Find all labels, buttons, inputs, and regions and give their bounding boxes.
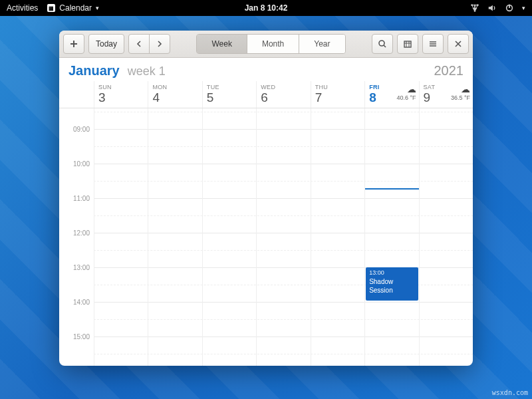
watermark: wsxdn.com xyxy=(492,389,528,396)
dow-label: TUE xyxy=(207,84,252,90)
week-label: week 1 xyxy=(128,65,166,78)
volume-icon[interactable] xyxy=(487,3,497,13)
activities-button[interactable]: Activities xyxy=(7,3,38,13)
next-button[interactable] xyxy=(149,34,170,54)
hour-label: 10:00 xyxy=(59,160,90,168)
dow-label: MON xyxy=(152,84,198,90)
day-column[interactable] xyxy=(148,108,201,366)
day-number: 3 xyxy=(98,90,144,105)
event-title: Shadow Session xyxy=(369,277,414,295)
day-column[interactable]: 13:00Shadow Session xyxy=(364,108,418,366)
month-label: January xyxy=(68,63,120,78)
calendar-event[interactable]: 13:00Shadow Session xyxy=(366,267,418,300)
day-header[interactable]: FRI8☁40.6 °F xyxy=(364,81,418,108)
close-icon xyxy=(454,40,462,48)
app-menu[interactable]: ▦ Calendar ▾ xyxy=(47,3,99,13)
day-headers: SUN3MON4TUE5WED6THU7FRI8☁40.6 °FSAT9☁36.… xyxy=(59,81,473,108)
dow-label: WED xyxy=(261,84,306,90)
dow-label: THU xyxy=(315,84,360,90)
search-button[interactable] xyxy=(372,34,393,54)
close-button[interactable] xyxy=(448,34,469,54)
cloud-icon: ☁ xyxy=(451,84,470,94)
search-icon xyxy=(378,39,387,49)
clock[interactable]: Jan 8 10:42 xyxy=(245,3,288,13)
dow-label: SUN xyxy=(98,84,144,90)
calendar-window: Today Week Month Year xyxy=(59,31,473,366)
cloud-icon: ☁ xyxy=(396,84,416,94)
app-menu-label: Calendar xyxy=(59,3,92,13)
day-number: 5 xyxy=(207,90,252,105)
hour-label: 14:00 xyxy=(59,299,90,306)
svg-rect-6 xyxy=(404,41,411,47)
temperature: 40.6 °F xyxy=(396,94,416,101)
svg-point-5 xyxy=(379,41,384,46)
day-number: 7 xyxy=(315,90,360,105)
today-button[interactable]: Today xyxy=(88,34,124,54)
menu-button[interactable] xyxy=(422,34,444,54)
weather: ☁40.6 °F xyxy=(396,84,416,101)
chevron-left-icon xyxy=(136,41,142,47)
day-column[interactable] xyxy=(311,108,364,366)
calendar-app-icon: ▦ xyxy=(47,4,55,12)
gnome-top-bar: Activities ▦ Calendar ▾ Jan 8 10:42 ▾ xyxy=(0,0,532,16)
week-grid[interactable]: 09:0010:0011:0012:0013:0014:0015:00 13:0… xyxy=(59,108,473,366)
svg-rect-4 xyxy=(509,5,510,8)
power-icon[interactable] xyxy=(505,3,514,13)
chevron-down-icon: ▾ xyxy=(96,5,99,11)
day-column[interactable] xyxy=(94,108,148,366)
plus-icon xyxy=(69,39,78,49)
day-header[interactable]: MON4 xyxy=(148,81,201,108)
day-number: 4 xyxy=(152,90,198,105)
hour-label: 11:00 xyxy=(59,195,90,202)
day-header[interactable]: THU7 xyxy=(311,81,364,108)
day-column[interactable] xyxy=(202,108,256,366)
network-icon[interactable] xyxy=(470,3,479,13)
weather: ☁36.5 °F xyxy=(451,84,470,101)
view-switcher: Week Month Year xyxy=(196,34,345,54)
event-time: 13:00 xyxy=(369,269,414,277)
date-header: January week 1 2021 xyxy=(59,58,473,81)
calendars-button[interactable] xyxy=(397,34,418,54)
day-number: 6 xyxy=(261,90,306,105)
day-column[interactable] xyxy=(256,108,310,366)
hour-label: 12:00 xyxy=(59,229,90,237)
day-column[interactable] xyxy=(419,108,473,366)
calendar-grid-icon xyxy=(403,39,412,49)
hour-label: 13:00 xyxy=(59,264,90,271)
view-month-tab[interactable]: Month xyxy=(247,35,299,53)
current-time-indicator xyxy=(365,188,418,190)
view-year-tab[interactable]: Year xyxy=(299,35,344,53)
day-header[interactable]: TUE5 xyxy=(202,81,256,108)
day-header[interactable]: SUN3 xyxy=(94,81,148,108)
chevron-right-icon xyxy=(156,41,163,47)
hour-label: 15:00 xyxy=(59,333,90,340)
hour-label: 09:00 xyxy=(59,126,90,133)
day-header[interactable]: SAT9☁36.5 °F xyxy=(419,81,473,108)
year-label: 2021 xyxy=(434,63,464,78)
view-week-tab[interactable]: Week xyxy=(197,35,246,53)
temperature: 36.5 °F xyxy=(451,94,470,101)
new-event-button[interactable] xyxy=(63,34,84,54)
header-bar: Today Week Month Year xyxy=(59,31,473,58)
system-menu-chevron-icon[interactable]: ▾ xyxy=(522,5,525,11)
hamburger-icon xyxy=(428,39,438,49)
day-header[interactable]: WED6 xyxy=(256,81,310,108)
prev-button[interactable] xyxy=(128,34,150,54)
